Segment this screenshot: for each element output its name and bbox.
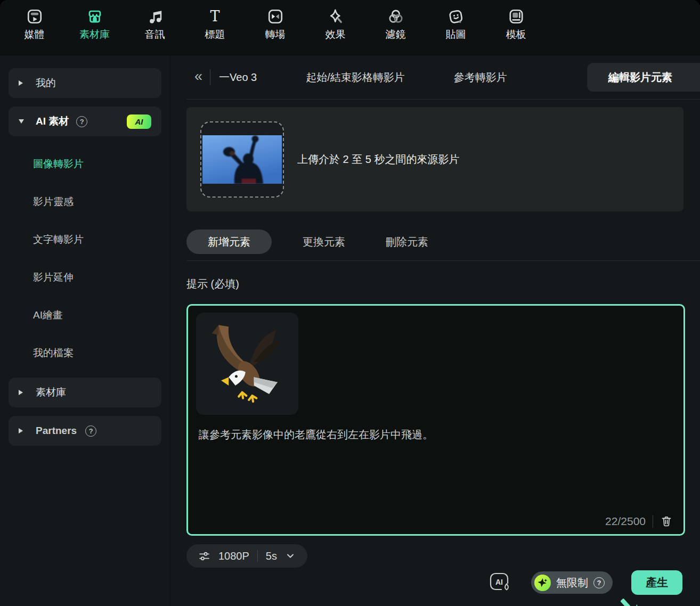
prompt-text[interactable]: 讓參考元素影像中的老鷹從右到左在影片中飛過。 [199, 427, 675, 443]
annotation-arrow [616, 595, 647, 606]
source-video-card: 上傳介於 2 至 5 秒之間的來源影片 [186, 107, 683, 211]
trash-icon[interactable] [660, 515, 673, 528]
chevron-down-icon [19, 119, 24, 124]
prompt-footer: 22/2500 [605, 515, 673, 528]
help-icon[interactable]: ? [76, 116, 87, 127]
main-panel: « 一Veo 3 起始/結束影格轉影片 參考轉影片 編輯影片元素 [171, 55, 700, 606]
help-icon[interactable]: ? [593, 577, 605, 588]
tab-delete-element[interactable]: 刪除元素 [376, 235, 438, 249]
filters-icon [387, 8, 404, 25]
tab-add-element[interactable]: 新增元素 [186, 230, 272, 254]
magic-star-icon [327, 8, 344, 25]
collapse-panel-icon[interactable]: « [194, 69, 202, 84]
unlimited-label: 無限制 [556, 576, 588, 590]
toolbar-item-label: 轉場 [265, 28, 286, 42]
toolbar-item-audio[interactable]: 音訊 [125, 0, 185, 42]
sidebar: 我的 AI 素材 ? AI 圖像轉影片 影片靈感 文字轉影片 影片延伸 AI繪畫… [0, 55, 170, 606]
footer-actions: AI 無限制 ? 產生 [489, 570, 682, 595]
divider [257, 550, 258, 562]
toolbar-item-label: 貼圖 [446, 28, 466, 42]
output-settings-dropdown[interactable]: 1080P 5s [186, 544, 307, 568]
chevron-right-icon [19, 80, 23, 86]
sidebar-item-ai-painting[interactable]: AI繪畫 [0, 296, 170, 334]
prompt-input-area[interactable]: 讓參考元素影像中的老鷹從右到左在影片中飛過。 22/2500 [186, 304, 685, 536]
sidebar-item-video-inspiration[interactable]: 影片靈感 [0, 183, 170, 220]
toolbar-item-titles[interactable]: T 標題 [185, 0, 245, 42]
toolbar-item-label: 音訊 [145, 28, 165, 42]
char-counter: 22/2500 [605, 515, 646, 528]
unlimited-credits-button[interactable]: 無限制 ? [531, 571, 613, 594]
toolbar-item-stickers[interactable]: 貼圖 [426, 0, 486, 42]
tab-start-end-frame[interactable]: 起始/結束影格轉影片 [306, 70, 405, 85]
sidebar-item-image-to-video[interactable]: 圖像轉影片 [0, 145, 170, 183]
feature-tabbar: « 一Veo 3 起始/結束影格轉影片 參考轉影片 編輯影片元素 [171, 55, 700, 99]
chevron-down-icon [285, 551, 296, 561]
tab-reference-to-video[interactable]: 參考轉影片 [454, 70, 507, 85]
divider [210, 69, 210, 85]
stock-store-icon [86, 8, 103, 25]
sidebar-group-label: AI 素材 [36, 114, 69, 128]
element-mode-tabs: 新增元素 更換元素 刪除元素 [186, 230, 700, 254]
source-video-thumbnail[interactable] [200, 121, 284, 198]
upload-hint-text: 上傳介於 2 至 5 秒之間的來源影片 [297, 152, 459, 167]
toolbar-item-templates[interactable]: 模板 [486, 0, 546, 42]
tab-replace-element[interactable]: 更換元素 [293, 235, 355, 249]
divider [186, 99, 700, 100]
media-icon [26, 8, 43, 25]
source-video-preview [202, 135, 282, 184]
toolbar-item-stock[interactable]: 素材庫 [64, 0, 125, 42]
top-toolbar: 媒體 素材庫 音訊 T 標題 轉場 [0, 0, 700, 55]
eagle-image [205, 322, 289, 406]
tab-edit-video-elements[interactable]: 編輯影片元素 [587, 63, 700, 92]
toolbar-item-transitions[interactable]: 轉場 [245, 0, 305, 42]
toolbar-item-label: 模板 [506, 28, 526, 42]
sidebar-group-label: 素材庫 [36, 386, 66, 399]
sticker-icon [447, 8, 465, 25]
generate-button[interactable]: 產生 [631, 570, 682, 595]
toolbar-item-effects[interactable]: 效果 [305, 0, 365, 42]
toolbar-item-label: 效果 [325, 28, 346, 42]
transition-icon [267, 8, 284, 25]
resolution-value: 1080P [218, 550, 249, 562]
prompt-label: 提示 (必填) [186, 277, 700, 291]
titles-icon: T [207, 8, 224, 25]
sidebar-group-library[interactable]: 素材庫 [9, 378, 161, 407]
reference-element-thumbnail[interactable] [196, 313, 298, 415]
sparkle-badge-icon [534, 575, 551, 591]
sidebar-item-text-to-video[interactable]: 文字轉影片 [0, 220, 170, 258]
sidebar-item-my-files[interactable]: 我的檔案 [0, 334, 170, 372]
music-note-icon [146, 8, 164, 25]
model-name[interactable]: 一Veo 3 [219, 70, 257, 85]
sidebar-group-label: Partners [36, 425, 77, 437]
chevron-right-icon [19, 428, 23, 433]
divider [186, 260, 700, 261]
ai-prompt-helper-button[interactable]: AI [489, 571, 513, 594]
chevron-right-icon [19, 390, 23, 395]
toolbar-item-label: 標題 [205, 28, 225, 42]
sliders-icon [198, 550, 210, 562]
sidebar-group-my[interactable]: 我的 [9, 68, 161, 98]
sidebar-item-video-extend[interactable]: 影片延伸 [0, 258, 170, 296]
toolbar-item-label: 濾鏡 [386, 28, 406, 42]
duration-value: 5s [266, 550, 277, 562]
template-icon [508, 8, 525, 25]
ai-badge: AI [127, 114, 151, 129]
toolbar-item-media[interactable]: 媒體 [4, 0, 64, 42]
toolbar-item-label: 媒體 [25, 28, 45, 42]
toolbar-item-label: 素材庫 [79, 28, 110, 42]
divider [653, 515, 653, 528]
sidebar-group-partners[interactable]: Partners ? [9, 416, 161, 446]
sidebar-group-ai-materials[interactable]: AI 素材 ? AI [9, 107, 161, 136]
svg-text:AI: AI [495, 578, 503, 586]
help-icon[interactable]: ? [85, 425, 96, 437]
sidebar-group-label: 我的 [36, 76, 56, 90]
app-window: 媒體 素材庫 音訊 T 標題 轉場 [0, 0, 700, 606]
toolbar-item-filters[interactable]: 濾鏡 [365, 0, 426, 42]
